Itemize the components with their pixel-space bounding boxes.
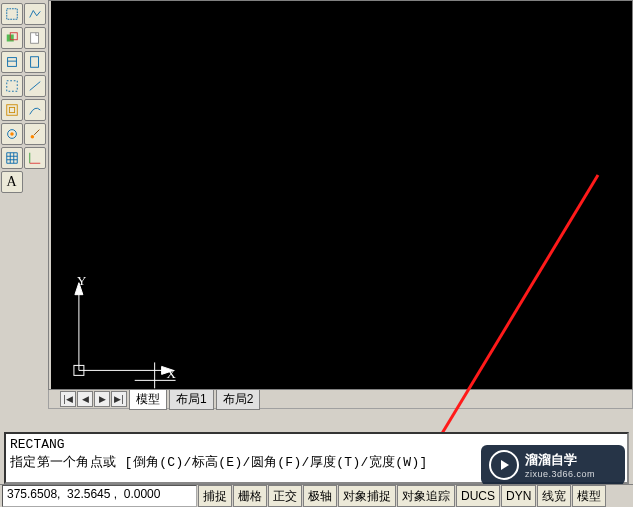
tool-bounds[interactable] bbox=[1, 99, 23, 121]
axis-x-label: X bbox=[167, 366, 177, 381]
tool-line[interactable] bbox=[24, 75, 46, 97]
status-btn-model[interactable]: 模型 bbox=[572, 485, 606, 507]
status-btn-ortho[interactable]: 正交 bbox=[268, 485, 302, 507]
tool-open[interactable] bbox=[24, 51, 46, 73]
tool-page-setup[interactable] bbox=[1, 3, 23, 25]
svg-rect-3 bbox=[7, 58, 16, 67]
status-btn-snap[interactable]: 捕捉 bbox=[198, 485, 232, 507]
layout-tab-layout2[interactable]: 布局2 bbox=[216, 389, 261, 410]
tool-brush[interactable] bbox=[24, 123, 46, 145]
tool-polyline[interactable] bbox=[24, 3, 46, 25]
status-bar: 375.6508, 32.5645 , 0.0000 捕捉 栅格 正交 极轴 对… bbox=[0, 484, 633, 507]
svg-rect-7 bbox=[9, 107, 14, 112]
status-coords: 375.6508, 32.5645 , 0.0000 bbox=[2, 485, 197, 507]
layout-tab-bar: |◀ ◀ ▶ ▶| 模型 布局1 布局2 bbox=[48, 390, 633, 409]
status-btn-lwt[interactable]: 线宽 bbox=[537, 485, 571, 507]
svg-rect-5 bbox=[6, 81, 17, 92]
tool-axes[interactable] bbox=[24, 147, 46, 169]
canvas-frame: Y X bbox=[48, 0, 633, 390]
watermark-badge: 溜溜自学 zixue.3d66.com bbox=[481, 445, 625, 485]
svg-rect-6 bbox=[6, 105, 17, 116]
svg-point-9 bbox=[10, 132, 14, 136]
watermark-subtitle: zixue.3d66.com bbox=[525, 469, 595, 479]
svg-point-13 bbox=[30, 135, 34, 139]
play-icon bbox=[489, 450, 519, 480]
tool-crop[interactable] bbox=[1, 75, 23, 97]
toolbar-left-a: A bbox=[0, 0, 23, 193]
svg-rect-11 bbox=[30, 57, 38, 68]
tool-render[interactable] bbox=[1, 123, 23, 145]
svg-rect-10 bbox=[30, 33, 38, 44]
tool-grid[interactable] bbox=[1, 147, 23, 169]
layout-nav-prev[interactable]: ◀ bbox=[77, 391, 93, 407]
watermark-title: 溜溜自学 bbox=[525, 451, 595, 469]
layout-nav-last[interactable]: ▶| bbox=[111, 391, 127, 407]
status-btn-otrack[interactable]: 对象追踪 bbox=[397, 485, 455, 507]
status-btn-dyn[interactable]: DYN bbox=[501, 485, 536, 507]
status-btn-ducs[interactable]: DUCS bbox=[456, 485, 500, 507]
tool-layers[interactable] bbox=[1, 27, 23, 49]
layout-tab-model[interactable]: 模型 bbox=[129, 389, 167, 410]
status-btn-osnap[interactable]: 对象捕捉 bbox=[338, 485, 396, 507]
layout-nav-first[interactable]: |◀ bbox=[60, 391, 76, 407]
axis-y-label: Y bbox=[77, 273, 87, 288]
tool-text[interactable]: A bbox=[1, 171, 23, 193]
tool-properties[interactable] bbox=[1, 51, 23, 73]
tool-pline[interactable] bbox=[24, 99, 46, 121]
status-btn-grid[interactable]: 栅格 bbox=[233, 485, 267, 507]
toolbar-left-b bbox=[23, 0, 46, 169]
layout-nav-next[interactable]: ▶ bbox=[94, 391, 110, 407]
svg-line-12 bbox=[29, 82, 40, 91]
drawing-canvas[interactable]: Y X bbox=[51, 1, 632, 389]
status-btn-polar[interactable]: 极轴 bbox=[303, 485, 337, 507]
svg-rect-0 bbox=[6, 9, 17, 20]
layout-tab-layout1[interactable]: 布局1 bbox=[169, 389, 214, 410]
svg-line-14 bbox=[34, 130, 39, 135]
tool-new[interactable] bbox=[24, 27, 46, 49]
